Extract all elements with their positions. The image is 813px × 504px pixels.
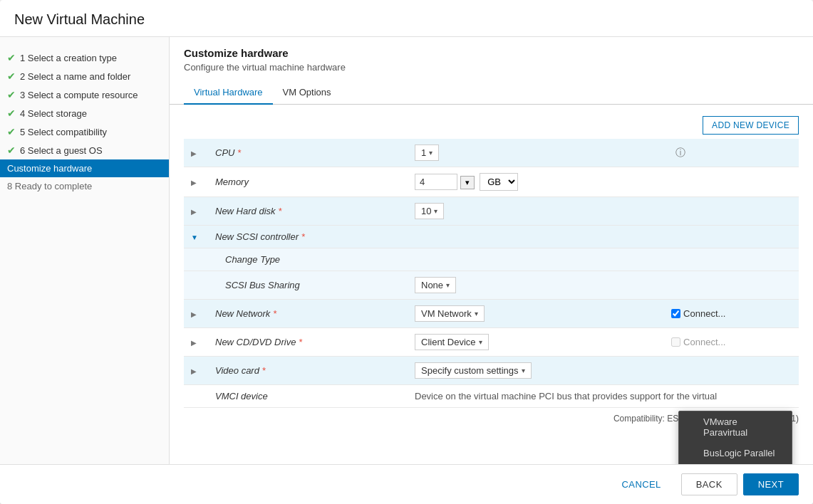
cd-dvd-connect-container: Connect... bbox=[671, 337, 792, 347]
video-card-value: Specify custom settings ▾ bbox=[408, 357, 664, 385]
bus-sharing-spacer bbox=[184, 271, 208, 300]
cd-dvd-row: ▶ New CD/DVD Drive * Client Device ▾ Co bbox=[184, 328, 799, 357]
add-new-device-button[interactable]: ADD NEW DEVICE bbox=[703, 116, 799, 135]
network-row: ▶ New Network * VM Network ▾ Connect... bbox=[184, 300, 799, 328]
vmci-row: VMCI device Device on the virtual machin… bbox=[184, 385, 799, 408]
video-card-row: ▶ Video card * Specify custom settings ▾ bbox=[184, 357, 799, 385]
sidebar-label-8: 8 Ready to complete bbox=[7, 181, 92, 191]
sidebar-item-6[interactable]: ✔ 6 Select a guest OS bbox=[0, 141, 169, 159]
bus-sharing-value: None ▾ bbox=[408, 271, 664, 300]
memory-input[interactable] bbox=[415, 174, 457, 190]
sidebar-item-1[interactable]: ✔ 1 Select a creation type bbox=[0, 48, 169, 67]
bus-sharing-select-value: None bbox=[421, 280, 443, 290]
sidebar-item-4[interactable]: ✔ 4 Select storage bbox=[0, 104, 169, 122]
sidebar-label-6: 6 Select a guest OS bbox=[20, 145, 103, 156]
cd-dvd-chevron-icon: ▾ bbox=[479, 338, 482, 346]
change-type-dropdown: VMware Paravirtual BusLogic Parallel LSI… bbox=[678, 411, 792, 464]
network-expand[interactable]: ▶ bbox=[184, 300, 208, 328]
hardware-table: ▶ CPU * 1 ▾ ⓘ ▶ bbox=[184, 139, 799, 408]
add-device-bar: ADD NEW DEVICE bbox=[184, 112, 799, 139]
network-chevron-icon: ▾ bbox=[475, 310, 478, 317]
main-content: Customize hardware Configure the virtual… bbox=[170, 37, 813, 464]
tab-virtual-hardware[interactable]: Virtual Hardware bbox=[184, 81, 273, 105]
network-label: New Network * bbox=[208, 300, 408, 328]
cpu-expand[interactable]: ▶ bbox=[184, 139, 208, 167]
cd-dvd-connect: Connect... bbox=[664, 328, 799, 357]
video-card-expand[interactable]: ▶ bbox=[184, 357, 208, 385]
info-icon-cpu: ⓘ bbox=[675, 147, 685, 158]
hard-disk-label: New Hard disk * bbox=[208, 197, 408, 226]
bus-sharing-select[interactable]: None ▾ bbox=[415, 277, 456, 293]
cd-dvd-value: Client Device ▾ bbox=[408, 328, 664, 357]
main-header: Customize hardware Configure the virtual… bbox=[170, 37, 813, 81]
hard-disk-chevron-icon: ▾ bbox=[434, 207, 437, 215]
check-icon-3: ✔ bbox=[7, 89, 16, 100]
memory-row: ▶ Memory ▾ GB MB bbox=[184, 167, 799, 197]
sidebar-item-3[interactable]: ✔ 3 Select a compute resource bbox=[0, 85, 169, 104]
hard-disk-select-value: 10 bbox=[421, 206, 431, 216]
cd-dvd-connect-label: Connect... bbox=[683, 337, 725, 347]
network-connect-container: Connect... bbox=[671, 308, 792, 319]
sidebar-item-5[interactable]: ✔ 5 Select compatibility bbox=[0, 122, 169, 141]
check-icon-1: ✔ bbox=[7, 52, 16, 63]
dropdown-label-buslogic: BusLogic Parallel bbox=[703, 448, 775, 458]
sidebar: ✔ 1 Select a creation type ✔ 2 Select a … bbox=[0, 37, 170, 464]
cpu-label: CPU * bbox=[208, 139, 408, 167]
dialog-title: New Virtual Machine bbox=[0, 0, 813, 37]
video-card-label: Video card * bbox=[208, 357, 408, 385]
network-value: VM Network ▾ bbox=[408, 300, 664, 328]
network-connect-checkbox[interactable] bbox=[671, 309, 680, 318]
check-icon-buslogic bbox=[689, 448, 699, 458]
check-icon-2: ✔ bbox=[7, 70, 16, 82]
scsi-expand[interactable]: ▼ bbox=[184, 226, 208, 248]
sidebar-label-1: 1 Select a creation type bbox=[20, 53, 117, 63]
memory-extra bbox=[664, 167, 799, 197]
cd-dvd-label: New CD/DVD Drive * bbox=[208, 328, 408, 357]
cd-dvd-expand[interactable]: ▶ bbox=[184, 328, 208, 357]
video-card-chevron-icon: ▾ bbox=[522, 367, 525, 374]
hard-disk-select[interactable]: 10 ▾ bbox=[415, 203, 444, 219]
video-card-select[interactable]: Specify custom settings ▾ bbox=[415, 362, 532, 379]
dropdown-label-vmware: VMware Paravirtual bbox=[703, 416, 782, 438]
cpu-chevron-icon: ▾ bbox=[429, 149, 433, 157]
bus-sharing-label: SCSI Bus Sharing bbox=[208, 271, 408, 300]
hard-disk-expand[interactable]: ▶ bbox=[184, 197, 208, 226]
cd-dvd-select[interactable]: Client Device ▾ bbox=[415, 334, 489, 350]
dialog-footer: CANCEL BACK NEXT bbox=[0, 464, 813, 504]
memory-dropdown-btn[interactable]: ▾ bbox=[460, 176, 475, 189]
bus-sharing-chevron-icon: ▾ bbox=[446, 281, 450, 289]
sidebar-item-2[interactable]: ✔ 2 Select a name and folder bbox=[0, 67, 169, 85]
cd-dvd-connect-checkbox[interactable] bbox=[671, 337, 680, 347]
cpu-info: ⓘ bbox=[664, 139, 799, 167]
dropdown-item-vmware-paravirtual[interactable]: VMware Paravirtual bbox=[679, 411, 792, 443]
check-icon-6: ✔ bbox=[7, 145, 16, 156]
scsi-bus-sharing-row: SCSI Bus Sharing None ▾ bbox=[184, 271, 799, 300]
network-select-value: VM Network bbox=[421, 308, 472, 319]
change-type-label: Change Type bbox=[208, 248, 408, 271]
vmci-expand bbox=[184, 385, 208, 408]
network-connect-label: Connect... bbox=[683, 308, 725, 319]
cpu-value: 1 ▾ bbox=[408, 139, 664, 167]
memory-expand[interactable]: ▶ bbox=[184, 167, 208, 197]
hard-disk-extra bbox=[664, 197, 799, 226]
scsi-extra bbox=[664, 226, 799, 248]
next-button[interactable]: NEXT bbox=[743, 473, 799, 495]
dropdown-item-buslogic[interactable]: BusLogic Parallel bbox=[679, 443, 792, 463]
cpu-select[interactable]: 1 ▾ bbox=[415, 145, 439, 161]
hard-disk-value: 10 ▾ bbox=[408, 197, 664, 226]
network-select[interactable]: VM Network ▾ bbox=[415, 305, 485, 322]
sidebar-item-7[interactable]: Customize hardware bbox=[0, 159, 169, 177]
video-card-select-value: Specify custom settings bbox=[421, 365, 519, 376]
memory-unit-select[interactable]: GB MB bbox=[480, 173, 518, 191]
back-button[interactable]: BACK bbox=[681, 473, 737, 495]
tab-vm-options[interactable]: VM Options bbox=[273, 81, 341, 105]
memory-value: ▾ GB MB bbox=[408, 167, 664, 197]
memory-label: Memory bbox=[208, 167, 408, 197]
sidebar-label-4: 4 Select storage bbox=[20, 108, 87, 119]
cancel-button[interactable]: CANCEL bbox=[608, 474, 675, 495]
sidebar-item-8[interactable]: 8 Ready to complete bbox=[0, 177, 169, 195]
main-subtitle: Configure the virtual machine hardware bbox=[184, 62, 799, 73]
dropdown-item-lsi-parallel[interactable]: LSI Logic Parallel bbox=[679, 463, 792, 464]
sidebar-label-3: 3 Select a compute resource bbox=[20, 90, 138, 100]
dialog-body: ✔ 1 Select a creation type ✔ 2 Select a … bbox=[0, 37, 813, 464]
